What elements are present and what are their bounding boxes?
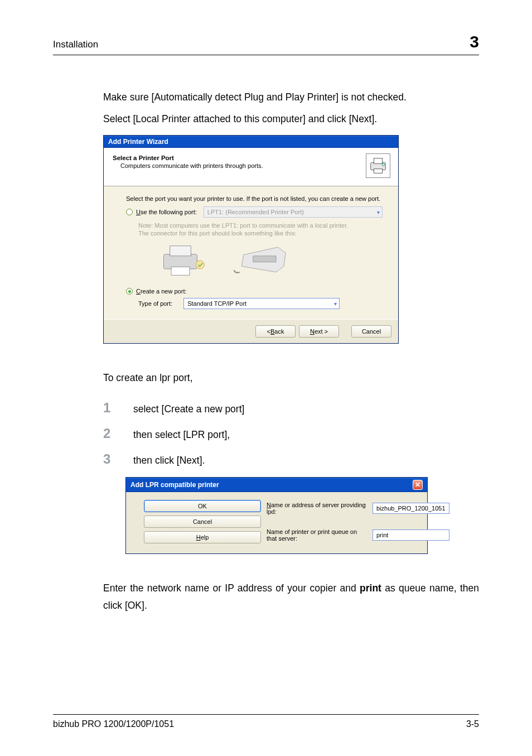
page-header: Installation 3	[53, 32, 479, 55]
wizard-instruction: Select the port you want your printer to…	[126, 195, 383, 202]
wizard-footer: < Back Next > Cancel	[104, 319, 398, 343]
lead-text: To create an lpr port,	[103, 369, 479, 387]
wizard-titlebar[interactable]: Add Printer Wizard	[104, 136, 398, 148]
step-number: 3	[103, 451, 114, 467]
use-following-port-radio[interactable]	[126, 209, 133, 215]
help-button[interactable]: Help	[144, 531, 261, 543]
lpr-titlebar[interactable]: Add LPR compatible printer ✕	[126, 478, 427, 492]
footer-right: 3-5	[466, 719, 479, 729]
header-chapter: 3	[470, 32, 479, 51]
header-section: Installation	[53, 39, 98, 50]
svg-rect-5	[170, 246, 191, 256]
type-of-port-value: Standard TCP/IP Port	[187, 300, 246, 307]
chevron-down-icon: ▾	[377, 209, 380, 215]
chevron-down-icon[interactable]: ▾	[334, 301, 337, 307]
step-number: 2	[103, 426, 114, 441]
outro-text: Enter the network name or IP address of …	[103, 580, 479, 614]
step-text: then select [LPR port],	[133, 429, 230, 441]
wizard-note2: The connector for this port should look …	[138, 230, 383, 237]
type-of-port-dropdown[interactable]: Standard TCP/IP Port ▾	[183, 298, 340, 309]
cancel-button[interactable]: Cancel	[144, 516, 261, 528]
svg-rect-6	[171, 267, 190, 276]
svg-rect-1	[374, 158, 382, 164]
steps-list: 1 select [Create a new port] 2 then sele…	[103, 400, 479, 467]
step-text: then click [Next].	[133, 455, 205, 466]
queue-name-label: Name of printer or print queue on that s…	[267, 528, 367, 542]
add-lpr-dialog: Add LPR compatible printer ✕ Name or add…	[125, 477, 428, 554]
intro-text: Make sure [Automatically detect Plug and…	[103, 89, 479, 127]
cancel-button[interactable]: Cancel	[351, 325, 391, 338]
back-button[interactable]: < Back	[255, 325, 296, 338]
create-new-port-label: Create a new port:	[136, 288, 187, 295]
intro-line-1: Make sure [Automatically detect Plug and…	[103, 89, 479, 106]
step-3: 3 then click [Next].	[103, 451, 479, 467]
close-icon[interactable]: ✕	[413, 480, 423, 490]
wizard-title: Add Printer Wizard	[108, 138, 168, 146]
connector-illustration	[159, 241, 383, 280]
wizard-note1: Note: Most computers use the LPT1: port …	[138, 222, 383, 229]
svg-rect-2	[374, 169, 382, 174]
wizard-heading: Select a Printer Port	[113, 155, 263, 161]
page-footer: bizhub PRO 1200/1200P/1051 3-5	[53, 714, 479, 729]
step-1: 1 select [Create a new port]	[103, 400, 479, 416]
type-of-port-label: Type of port:	[138, 300, 172, 307]
wizard-body: Select the port you want your printer to…	[104, 186, 398, 319]
intro-line-2: Select [Local Printer attached to this c…	[103, 110, 479, 128]
lpd-server-input[interactable]: bizhub_PRO_1200_1051	[373, 503, 449, 514]
step-number: 1	[103, 400, 114, 416]
wizard-header: Select a Printer Port Computers communic…	[104, 148, 398, 186]
step-text: select [Create a new port]	[133, 403, 244, 415]
lpd-server-label: Name or address of server providing lpd:	[267, 502, 367, 515]
wizard-subheading: Computers communicate with printers thro…	[120, 162, 263, 169]
svg-rect-9	[253, 256, 276, 262]
lpr-title: Add LPR compatible printer	[130, 481, 219, 489]
footer-left: bizhub PRO 1200/1200P/1051	[53, 719, 174, 729]
next-button[interactable]: Next >	[299, 325, 339, 338]
create-new-port-radio[interactable]	[126, 288, 133, 295]
use-following-port-label: Use the following port:	[136, 209, 197, 215]
use-following-port-value: LPT1: (Recommended Printer Port)	[207, 209, 304, 215]
add-printer-wizard-dialog: Add Printer Wizard Select a Printer Port…	[103, 135, 399, 344]
queue-name-input[interactable]: print	[373, 529, 449, 541]
ok-button[interactable]: OK	[144, 500, 261, 512]
use-following-port-dropdown: LPT1: (Recommended Printer Port) ▾	[204, 206, 383, 218]
printer-icon	[366, 153, 390, 178]
svg-point-7	[196, 261, 204, 269]
lpr-body: Name or address of server providing lpd:…	[126, 492, 427, 553]
step-2: 2 then select [LPR port],	[103, 426, 479, 441]
